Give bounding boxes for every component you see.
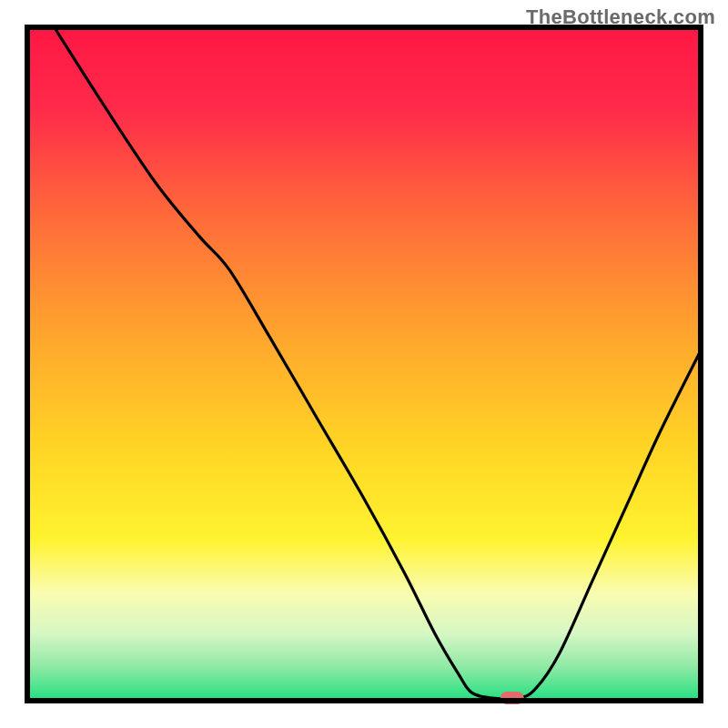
- watermark-text: TheBottleneck.com: [526, 5, 715, 29]
- plot-area: [27, 27, 701, 704]
- chart-container: TheBottleneck.com: [0, 0, 728, 728]
- gradient-fill: [27, 27, 701, 701]
- chart-svg: [0, 0, 728, 728]
